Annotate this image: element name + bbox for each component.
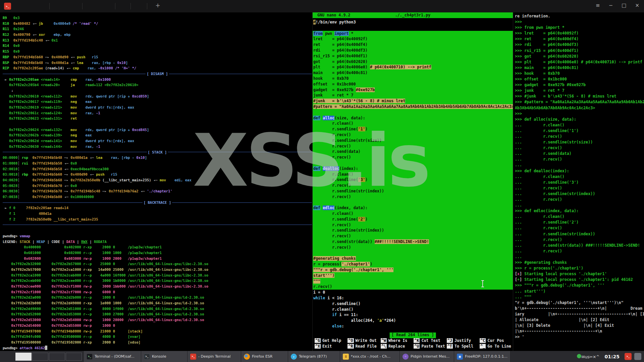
minimize-icon[interactable]: − bbox=[609, 2, 613, 8]
terminal-line: 0x7f82e2cf1000 0x7f82e2cf7000 rw-p 6000 … bbox=[3, 289, 312, 295]
nano-shortcut: ^RRead File bbox=[347, 344, 380, 350]
terminal-line: 0x601000 0x602000 r--p 1000 1000 /p1wp3w… bbox=[3, 250, 312, 256]
taskbar-item[interactable]: Firefox ESR bbox=[241, 351, 288, 362]
clipboard-scissors-icon[interactable]: ✂ bbox=[589, 355, 593, 359]
expand-tray-icon[interactable]: ^ bbox=[596, 355, 599, 359]
nano-title-bar: GNU nano 4.9.2 ./._ch4pt3r1.py bbox=[313, 12, 513, 18]
terminal-line: 0x7f82e2c20630 <read+144> mov rax, -1 bbox=[3, 144, 312, 149]
workspace-cell-4[interactable] bbox=[66, 353, 82, 361]
editor-line: r.clean() bbox=[313, 307, 513, 312]
terminal-line bbox=[3, 222, 312, 228]
maximize-icon[interactable]: □ bbox=[622, 2, 626, 8]
terminal-line: "r = gdb.debug('./chapter1', '''\nstart'… bbox=[515, 300, 644, 306]
terminal-line: ... """ bbox=[515, 294, 644, 300]
taskbar-item[interactable]: ◦Pidgin Internet Mes... bbox=[400, 351, 454, 362]
editor-line: r.recv() bbox=[313, 194, 513, 200]
editor-line: """r = gdb.debug('./chapter1', ''' bbox=[313, 267, 513, 273]
workspace-cell-1[interactable] bbox=[15, 353, 32, 361]
python-repl-terminal[interactable]: re information.>>>>>> from pwn import *>… bbox=[513, 12, 644, 351]
taskbar-item[interactable]: ≡*xxx.ctx - /root - Ch... bbox=[340, 351, 400, 362]
terminal-line bbox=[3, 228, 312, 233]
system-tray: ✉us✂✕^ 01:25 >_ bbox=[577, 353, 641, 360]
terminal-line: ... bbox=[515, 162, 644, 168]
terminal-line: 0x7f82e2d49000 0x7f82e2d51000 r--p 8000 … bbox=[3, 306, 312, 312]
show-desktop-icon[interactable] bbox=[634, 353, 641, 360]
terminal-line: ... r.sendline(str(size)) bbox=[515, 139, 644, 145]
terminal-line: 07:0038│ 0x7ffd194b5b80 ◂— 0x100040000 bbox=[3, 194, 312, 200]
taskbar-item-label: Konsole bbox=[152, 354, 166, 359]
terminal-line: 0x7f82e2c20610 <read+112> mov rdx, qword… bbox=[3, 94, 312, 99]
terminal-line: >>> #junk = b'\x43'*(56 - 8) # minus lre… bbox=[515, 94, 644, 99]
terminal-line: ... r.clean() bbox=[515, 122, 644, 128]
nano-shortcut: ^KCut Text bbox=[414, 338, 446, 344]
terminal-line: >>> #generating chunks bbox=[515, 260, 644, 265]
terminal-line: re information. bbox=[515, 13, 644, 19]
close-icon[interactable]: ✕ bbox=[593, 355, 596, 359]
editor-line: #!/bin/env python3 bbox=[313, 19, 513, 25]
editor-line: gadget = 0xe927b #0xe927b bbox=[313, 87, 513, 93]
taskbar-items: >_Terminal - (DOM)saf...>_Konsole>_ - De… bbox=[84, 351, 511, 362]
taskbar-item[interactable]: >_Terminal - (DOM)saf... bbox=[84, 351, 141, 362]
terminal-line: 0x7f82e2d2a000 0x7f82e2d2b000 r--p 1000 … bbox=[3, 295, 312, 300]
terminal-line: [+] Starting local process './chapter1':… bbox=[515, 277, 644, 283]
terminal-line: 0x7ffd19497000 0x7ffd194b8000 rw-p 21000… bbox=[3, 328, 312, 334]
terminal-line: ... r.recv() bbox=[515, 157, 644, 162]
editor-line: start''') bbox=[313, 273, 513, 279]
editor-line: r.recv() bbox=[313, 222, 513, 228]
terminal-line: |\n| [3] Delete |\n| [4] Exit bbox=[515, 323, 644, 328]
taskbar-item[interactable]: >_ - Deepin Terminal bbox=[187, 351, 241, 362]
terminal-line: >>> ret = p64(0x400df4) bbox=[515, 36, 644, 42]
keyboard-layout-indicator[interactable]: us bbox=[585, 355, 589, 359]
terminal-line: 0x7f82e2d54000 0x7f82e2d55000 rw-p 1000 … bbox=[3, 323, 312, 328]
nano-shortcut: ^OWrite Out bbox=[347, 338, 380, 344]
terminal-line: 0x602000 0x603000 rw-p 1000 2000 /p1wp3w… bbox=[3, 256, 312, 261]
workspace-cell-3[interactable] bbox=[49, 353, 65, 361]
terminal-line: [ DISASM ] bbox=[3, 71, 312, 77]
terminal-line: ... r.recv() bbox=[515, 134, 644, 139]
terminal-line: >>> got = p64(0x602020) bbox=[515, 54, 644, 59]
nano-editor-terminal[interactable]: GNU nano 4.9.2 ./._ch4pt3r1.py #!/bin/en… bbox=[312, 12, 513, 351]
terminal-line: ... r.send(str(data)) ###!!!!!SENDLINE->… bbox=[515, 243, 644, 248]
terminal-line: >>> bbox=[515, 111, 644, 117]
status-dot-icon[interactable] bbox=[577, 354, 581, 358]
terminal-line: 01:0008│ rsi 0x7ffd194b5b50 ◂— 0x0 bbox=[3, 161, 312, 166]
deepin-terminal-tray-icon[interactable]: >_ bbox=[625, 353, 632, 360]
editor-line: r.send(data) bbox=[313, 149, 513, 155]
terminal-line: ... r.sendline('2') bbox=[515, 220, 644, 225]
nano-version-label: GNU nano 4.9.2 bbox=[317, 13, 351, 17]
terminal-line: 0x7ffd19500000 0x7ffd19502000 r-xp 2000 … bbox=[3, 340, 312, 345]
terminal-line: ► 0x7f82e2c205ae <read+14> cmp rax, -0x1… bbox=[3, 77, 312, 82]
terminal-line: 06:0030│ 0x7ffd194b5b78 —▸ 0x7ffd194b5c4… bbox=[3, 188, 312, 194]
terminal-line: >>> from pwn import * bbox=[515, 25, 644, 31]
terminal-line: 0x7f82e2ca1000 0x7f82e2ceb000 r--p 4a000… bbox=[3, 273, 312, 278]
taskbar-item[interactable]: ▣FreeRDP: 127.0.0.1:1... bbox=[454, 351, 511, 362]
pwndbg-terminal[interactable]: R9 0x3R10 0x400482 ◂— jb 0x4004e9 /* 're… bbox=[0, 12, 312, 351]
terminal-line: ... r.recv() bbox=[515, 248, 644, 254]
terminal-line: 0x7f82e2ceb000 0x7f82e2cee000 r--p 3000 … bbox=[3, 278, 312, 284]
freerdp-icon: ▣ bbox=[457, 354, 463, 360]
new-tab-button[interactable]: + bbox=[155, 2, 160, 9]
close-icon[interactable]: × bbox=[635, 2, 639, 8]
menu-icon[interactable]: ≡ bbox=[596, 2, 600, 8]
terminal-line: ... r.sendline(str(index)) bbox=[515, 231, 644, 237]
editor-line: def alloc(size, data): bbox=[313, 115, 513, 121]
terminal-line: R12 0x400790 ◂— xor ebp, ebp bbox=[3, 32, 312, 38]
mail-icon[interactable]: ✉ bbox=[581, 355, 585, 359]
terminal-line: [x] Starting local process './chapter1' bbox=[515, 271, 644, 277]
terminal-line: f 1 400d1a bbox=[3, 211, 312, 217]
editor-line: junk = ret * 7 bbox=[313, 93, 513, 98]
terminal-line bbox=[3, 121, 312, 127]
workspace-cell-2[interactable] bbox=[32, 353, 48, 361]
terminal-line: >>> def edloc(index, data): bbox=[515, 208, 644, 214]
taskbar-item[interactable]: >_Konsole bbox=[141, 351, 187, 362]
terminal-line: ... r.clean() bbox=[515, 214, 644, 220]
editor-line: r.sendline(str(size)) bbox=[313, 138, 513, 143]
taskbar-item-label: Firefox ESR bbox=[252, 354, 272, 359]
terminal-line: ... r.sendline(str(index)) bbox=[515, 191, 644, 197]
editor-line: #pattern = "Aa0Aa1Aa2Aa3Aa4Aa5Aa6Aa7Aa8A… bbox=[313, 104, 513, 110]
taskbar-item[interactable]: ▸Telegram (877) bbox=[288, 351, 340, 362]
editor-line: offset = 0x1bc000 bbox=[313, 81, 513, 87]
terminal-line: >> ' bbox=[515, 334, 644, 340]
editor-line bbox=[313, 25, 513, 31]
terminal-line: 0x7f82e2c2062b <read+139> neg eax bbox=[3, 132, 312, 138]
